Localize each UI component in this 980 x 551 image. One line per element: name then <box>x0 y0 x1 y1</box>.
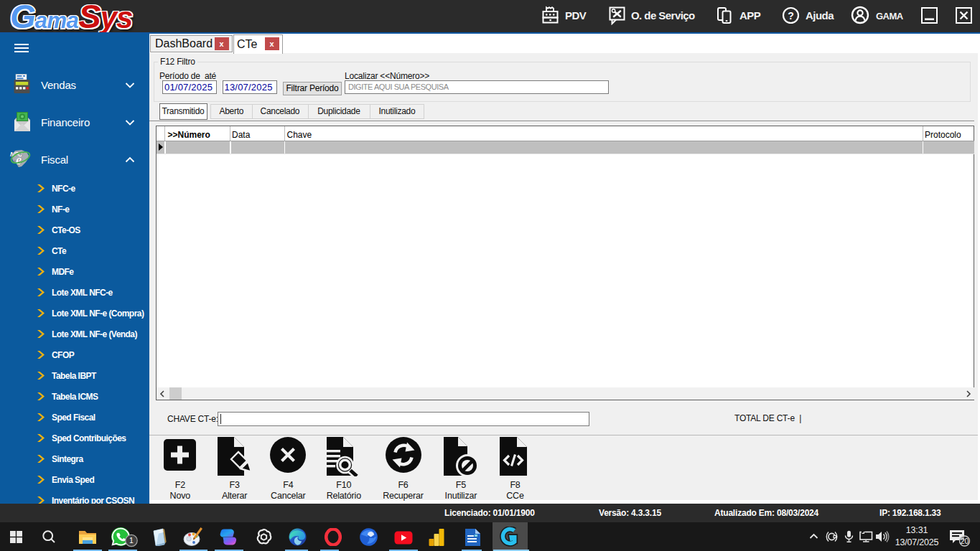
svg-text:?: ? <box>788 10 794 22</box>
svg-text:1: 1 <box>129 536 134 545</box>
svg-text:20: 20 <box>961 537 969 545</box>
